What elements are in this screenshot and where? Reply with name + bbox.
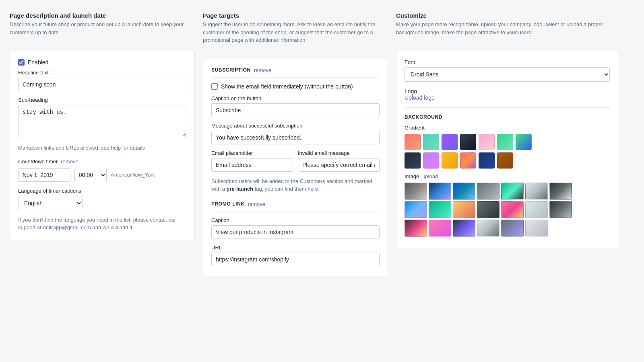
background-title: BACKGROUND xyxy=(405,114,610,120)
promo-remove-link[interactable]: remove xyxy=(248,201,265,207)
image-thumb-4[interactable] xyxy=(501,183,524,200)
gradient-swatch-grad4[interactable] xyxy=(460,134,476,150)
image-thumb-14[interactable] xyxy=(405,220,427,237)
image-thumb-0[interactable] xyxy=(405,183,427,200)
invalid-email-label: Invalid email message xyxy=(298,150,380,156)
gradient-swatch-grad6[interactable] xyxy=(497,134,513,150)
image-label: Image upload xyxy=(405,173,610,179)
caption2-label: Caption xyxy=(211,217,380,223)
col1-title: Page description and launch date xyxy=(10,12,195,19)
gradient-swatch-grad10[interactable] xyxy=(442,152,458,169)
markdown-help: Markdown links and URLs allowed, see hel… xyxy=(18,144,186,152)
col1-desc: Describe your future shop or product and… xyxy=(10,21,195,36)
countdown-date-input[interactable] xyxy=(18,168,70,182)
image-thumb-1[interactable] xyxy=(429,183,451,200)
success-input[interactable] xyxy=(211,131,380,144)
show-email-label: Show the email field immediately (withou… xyxy=(221,83,353,90)
image-thumb-13[interactable] xyxy=(549,201,572,218)
image-thumb-3[interactable] xyxy=(477,183,500,200)
gradient-swatch-grid xyxy=(405,134,610,169)
image-thumb-7[interactable] xyxy=(405,201,427,218)
success-label: Message about successful subscription xyxy=(211,123,380,129)
language-label: Language of timer captions xyxy=(18,188,186,194)
enabled-checkbox-row: Enabled xyxy=(18,59,186,66)
language-help: If you don't find the language you need … xyxy=(18,216,186,232)
show-email-row: Show the email field immediately (withou… xyxy=(211,83,380,90)
subscription-remove-link[interactable]: remove xyxy=(254,67,271,73)
image-thumb-16[interactable] xyxy=(453,220,475,237)
countdown-label: Countdown timer xyxy=(18,158,58,165)
upload-logo-link[interactable]: Upload logo xyxy=(405,95,435,101)
gradient-swatch-grad11[interactable] xyxy=(460,152,476,169)
image-thumb-15[interactable] xyxy=(429,220,451,237)
gradient-swatch-grad7[interactable] xyxy=(516,134,532,150)
enabled-checkbox[interactable] xyxy=(18,59,25,66)
col3-desc: Make your page more recognizable, upload… xyxy=(396,21,618,36)
see-help-link[interactable]: see help xyxy=(101,145,121,151)
gradient-swatch-grad5[interactable] xyxy=(479,134,495,150)
caption2-input[interactable] xyxy=(211,225,380,239)
email-invalid-row: Email placeholder Invalid email message xyxy=(211,150,380,172)
enabled-label: Enabled xyxy=(28,59,48,66)
headline-label: Headline text xyxy=(18,70,186,76)
gradient-swatch-grad3[interactable] xyxy=(442,134,458,150)
subscription-title: SUBSCRIPTION xyxy=(211,67,251,73)
show-email-checkbox[interactable] xyxy=(211,83,218,90)
image-thumb-19[interactable] xyxy=(525,220,548,237)
countdown-time-select[interactable]: 00:00 xyxy=(74,168,107,182)
gradient-label: Gradient xyxy=(405,125,610,131)
col3-title: Customize xyxy=(396,12,618,19)
image-thumb-10[interactable] xyxy=(477,201,500,218)
col2-title: Page targets xyxy=(203,12,388,19)
gradient-swatch-grad13[interactable] xyxy=(497,152,513,169)
url-label: URL xyxy=(211,245,380,251)
col2-desc: Suggest the user to do something more. A… xyxy=(203,21,388,44)
headline-input[interactable] xyxy=(18,78,186,91)
invalid-email-input[interactable] xyxy=(298,158,380,172)
subheading-label: Sub-heading xyxy=(18,97,186,103)
support-email-link[interactable]: onltrapp@gmail.com xyxy=(43,224,91,230)
background-section: BACKGROUND Gradient Image upload xyxy=(405,107,610,237)
image-thumb-9[interactable] xyxy=(453,201,475,218)
image-grid xyxy=(405,183,610,237)
caption-input[interactable] xyxy=(211,103,380,117)
font-row: Font Droid Sans Arial Georgia Helvetica … xyxy=(405,59,610,82)
email-placeholder-input[interactable] xyxy=(211,158,293,172)
here-link[interactable]: here xyxy=(308,186,318,192)
gradient-swatch-grad8[interactable] xyxy=(405,152,421,169)
image-thumb-18[interactable] xyxy=(501,220,524,237)
countdown-remove-link[interactable]: remove xyxy=(61,158,78,165)
logo-row: Logo Upload logo xyxy=(405,88,610,101)
countdown-timezone: America/New_York xyxy=(111,172,155,178)
gradient-swatch-grad1[interactable] xyxy=(405,134,421,150)
font-select[interactable]: Droid Sans Arial Georgia Helvetica Times… xyxy=(405,67,610,82)
gradient-swatch-grad2[interactable] xyxy=(423,134,439,150)
image-thumb-11[interactable] xyxy=(501,201,524,218)
caption-label: Caption on the button xyxy=(211,95,380,101)
image-thumb-17[interactable] xyxy=(477,220,500,237)
image-thumb-2[interactable] xyxy=(453,183,475,200)
countdown-row: 00:00 America/New_York xyxy=(18,168,186,182)
language-select[interactable]: English French German Spanish Italian xyxy=(18,196,83,210)
image-thumb-12[interactable] xyxy=(525,201,548,218)
promo-section-header: PROMO LINK remove xyxy=(211,201,380,212)
subscription-section-header: SUBSCRIPTION remove xyxy=(211,67,380,78)
image-thumb-6[interactable] xyxy=(549,183,572,200)
url-input[interactable] xyxy=(211,253,380,266)
email-placeholder-label: Email placeholder xyxy=(211,150,293,156)
subheading-input[interactable]: stay with us. xyxy=(18,105,186,137)
font-label: Font xyxy=(405,59,610,65)
image-thumb-8[interactable] xyxy=(429,201,451,218)
image-thumb-5[interactable] xyxy=(525,183,548,200)
image-upload-link[interactable]: upload xyxy=(422,173,438,179)
gradient-swatch-grad9[interactable] xyxy=(423,152,439,169)
promo-title: PROMO LINK xyxy=(211,201,245,207)
gradient-swatch-grad12[interactable] xyxy=(479,152,495,169)
logo-label: Logo xyxy=(405,88,610,95)
subscribed-help: Subscribed users will be added to the Cu… xyxy=(211,177,380,193)
pre-launch-tag: pre-launch xyxy=(227,186,253,192)
